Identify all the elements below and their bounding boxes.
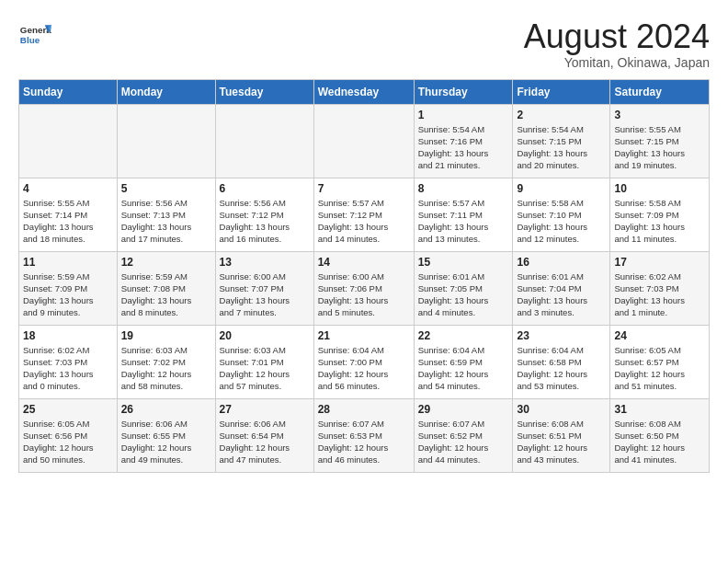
calendar-cell: 7Sunrise: 5:57 AM Sunset: 7:12 PM Daylig…	[313, 178, 414, 251]
calendar-cell: 17Sunrise: 6:02 AM Sunset: 7:03 PM Dayli…	[610, 251, 710, 325]
day-info: Sunrise: 6:07 AM Sunset: 6:53 PM Dayligh…	[318, 418, 410, 466]
day-number: 14	[318, 256, 410, 269]
calendar-cell: 1Sunrise: 5:54 AM Sunset: 7:16 PM Daylig…	[414, 104, 513, 178]
day-number: 3	[614, 109, 705, 121]
calendar-cell: 23Sunrise: 6:04 AM Sunset: 6:58 PM Dayli…	[513, 325, 610, 398]
week-row-2: 4Sunrise: 5:55 AM Sunset: 7:14 PM Daylig…	[19, 178, 710, 251]
day-info: Sunrise: 6:01 AM Sunset: 7:05 PM Dayligh…	[418, 270, 509, 319]
title-block: August 2024 Yomitan, Okinawa, Japan	[524, 18, 710, 70]
day-number: 8	[418, 182, 509, 195]
calendar-cell: 29Sunrise: 6:07 AM Sunset: 6:52 PM Dayli…	[414, 398, 513, 472]
calendar-cell: 10Sunrise: 5:58 AM Sunset: 7:09 PM Dayli…	[610, 178, 710, 251]
calendar-cell	[117, 104, 215, 178]
day-info: Sunrise: 6:05 AM Sunset: 6:56 PM Dayligh…	[23, 418, 113, 466]
calendar-cell: 26Sunrise: 6:06 AM Sunset: 6:55 PM Dayli…	[117, 398, 215, 472]
day-info: Sunrise: 6:02 AM Sunset: 7:03 PM Dayligh…	[23, 344, 113, 393]
day-number: 16	[517, 256, 606, 269]
calendar-table: SundayMondayTuesdayWednesdayThursdayFrid…	[18, 79, 710, 473]
day-info: Sunrise: 5:59 AM Sunset: 7:08 PM Dayligh…	[121, 270, 211, 319]
day-number: 22	[418, 329, 509, 342]
day-info: Sunrise: 6:08 AM Sunset: 6:50 PM Dayligh…	[614, 418, 705, 466]
calendar-cell: 8Sunrise: 5:57 AM Sunset: 7:11 PM Daylig…	[414, 178, 513, 251]
calendar-cell: 27Sunrise: 6:06 AM Sunset: 6:54 PM Dayli…	[215, 398, 313, 472]
calendar-cell: 14Sunrise: 6:00 AM Sunset: 7:06 PM Dayli…	[313, 251, 414, 325]
calendar-body: 1Sunrise: 5:54 AM Sunset: 7:16 PM Daylig…	[19, 104, 710, 472]
day-info: Sunrise: 5:55 AM Sunset: 7:15 PM Dayligh…	[614, 123, 705, 172]
day-number: 17	[614, 256, 705, 269]
page-header: General Blue August 2024 Yomitan, Okinaw…	[18, 18, 710, 70]
day-info: Sunrise: 6:04 AM Sunset: 7:00 PM Dayligh…	[318, 344, 410, 393]
day-number: 5	[121, 182, 211, 195]
calendar-cell: 2Sunrise: 5:54 AM Sunset: 7:15 PM Daylig…	[513, 104, 610, 178]
day-info: Sunrise: 5:57 AM Sunset: 7:12 PM Dayligh…	[318, 197, 410, 246]
day-info: Sunrise: 5:55 AM Sunset: 7:14 PM Dayligh…	[23, 197, 113, 246]
day-number: 11	[23, 256, 113, 269]
day-number: 9	[517, 182, 606, 195]
calendar-header: SundayMondayTuesdayWednesdayThursdayFrid…	[19, 79, 710, 104]
calendar-cell: 24Sunrise: 6:05 AM Sunset: 6:57 PM Dayli…	[610, 325, 710, 398]
day-info: Sunrise: 5:56 AM Sunset: 7:13 PM Dayligh…	[121, 197, 211, 246]
calendar-cell	[19, 104, 118, 178]
day-info: Sunrise: 6:01 AM Sunset: 7:04 PM Dayligh…	[517, 270, 606, 319]
day-number: 12	[121, 256, 211, 269]
day-info: Sunrise: 6:03 AM Sunset: 7:02 PM Dayligh…	[121, 344, 211, 393]
calendar-cell: 3Sunrise: 5:55 AM Sunset: 7:15 PM Daylig…	[610, 104, 710, 178]
calendar-cell: 12Sunrise: 5:59 AM Sunset: 7:08 PM Dayli…	[117, 251, 215, 325]
calendar-cell: 22Sunrise: 6:04 AM Sunset: 6:59 PM Dayli…	[414, 325, 513, 398]
day-info: Sunrise: 6:08 AM Sunset: 6:51 PM Dayligh…	[517, 418, 606, 466]
day-info: Sunrise: 6:04 AM Sunset: 6:58 PM Dayligh…	[517, 344, 606, 393]
day-number: 7	[318, 182, 410, 195]
day-info: Sunrise: 6:00 AM Sunset: 7:06 PM Dayligh…	[318, 270, 410, 319]
day-number: 26	[121, 403, 211, 416]
day-number: 15	[418, 256, 509, 269]
day-number: 20	[220, 329, 310, 342]
calendar-cell: 28Sunrise: 6:07 AM Sunset: 6:53 PM Dayli…	[313, 398, 414, 472]
day-info: Sunrise: 6:03 AM Sunset: 7:01 PM Dayligh…	[220, 344, 310, 393]
day-info: Sunrise: 5:56 AM Sunset: 7:12 PM Dayligh…	[220, 197, 310, 246]
header-saturday: Saturday	[610, 79, 710, 104]
logo: General Blue	[18, 18, 51, 52]
day-number: 28	[318, 403, 410, 416]
day-info: Sunrise: 6:06 AM Sunset: 6:54 PM Dayligh…	[220, 418, 310, 466]
day-info: Sunrise: 5:59 AM Sunset: 7:09 PM Dayligh…	[23, 270, 113, 319]
day-number: 2	[517, 109, 606, 121]
calendar-subtitle: Yomitan, Okinawa, Japan	[524, 55, 710, 70]
header-monday: Monday	[117, 79, 215, 104]
calendar-cell: 30Sunrise: 6:08 AM Sunset: 6:51 PM Dayli…	[513, 398, 610, 472]
calendar-cell: 15Sunrise: 6:01 AM Sunset: 7:05 PM Dayli…	[414, 251, 513, 325]
svg-text:Blue: Blue	[20, 35, 40, 45]
day-info: Sunrise: 6:04 AM Sunset: 6:59 PM Dayligh…	[418, 344, 509, 393]
calendar-cell	[215, 104, 313, 178]
day-number: 23	[517, 329, 606, 342]
calendar-cell: 13Sunrise: 6:00 AM Sunset: 7:07 PM Dayli…	[215, 251, 313, 325]
week-row-3: 11Sunrise: 5:59 AM Sunset: 7:09 PM Dayli…	[19, 251, 710, 325]
day-number: 13	[220, 256, 310, 269]
calendar-cell: 6Sunrise: 5:56 AM Sunset: 7:12 PM Daylig…	[215, 178, 313, 251]
day-info: Sunrise: 5:58 AM Sunset: 7:10 PM Dayligh…	[517, 197, 606, 246]
day-number: 1	[418, 109, 509, 121]
week-row-1: 1Sunrise: 5:54 AM Sunset: 7:16 PM Daylig…	[19, 104, 710, 178]
day-number: 25	[23, 403, 113, 416]
calendar-cell: 18Sunrise: 6:02 AM Sunset: 7:03 PM Dayli…	[19, 325, 118, 398]
day-info: Sunrise: 6:07 AM Sunset: 6:52 PM Dayligh…	[418, 418, 509, 466]
day-number: 21	[318, 329, 410, 342]
day-number: 31	[614, 403, 705, 416]
day-info: Sunrise: 6:05 AM Sunset: 6:57 PM Dayligh…	[614, 344, 705, 393]
calendar-cell: 25Sunrise: 6:05 AM Sunset: 6:56 PM Dayli…	[19, 398, 118, 472]
day-number: 24	[614, 329, 705, 342]
header-thursday: Thursday	[414, 79, 513, 104]
calendar-cell: 20Sunrise: 6:03 AM Sunset: 7:01 PM Dayli…	[215, 325, 313, 398]
day-info: Sunrise: 5:54 AM Sunset: 7:15 PM Dayligh…	[517, 123, 606, 172]
day-number: 6	[220, 182, 310, 195]
header-sunday: Sunday	[19, 79, 118, 104]
calendar-cell: 19Sunrise: 6:03 AM Sunset: 7:02 PM Dayli…	[117, 325, 215, 398]
day-number: 18	[23, 329, 113, 342]
day-number: 30	[517, 403, 606, 416]
calendar-cell	[313, 104, 414, 178]
day-info: Sunrise: 5:57 AM Sunset: 7:11 PM Dayligh…	[418, 197, 509, 246]
header-tuesday: Tuesday	[215, 79, 313, 104]
calendar-cell: 31Sunrise: 6:08 AM Sunset: 6:50 PM Dayli…	[610, 398, 710, 472]
calendar-cell: 4Sunrise: 5:55 AM Sunset: 7:14 PM Daylig…	[19, 178, 118, 251]
day-number: 10	[614, 182, 705, 195]
day-number: 19	[121, 329, 211, 342]
